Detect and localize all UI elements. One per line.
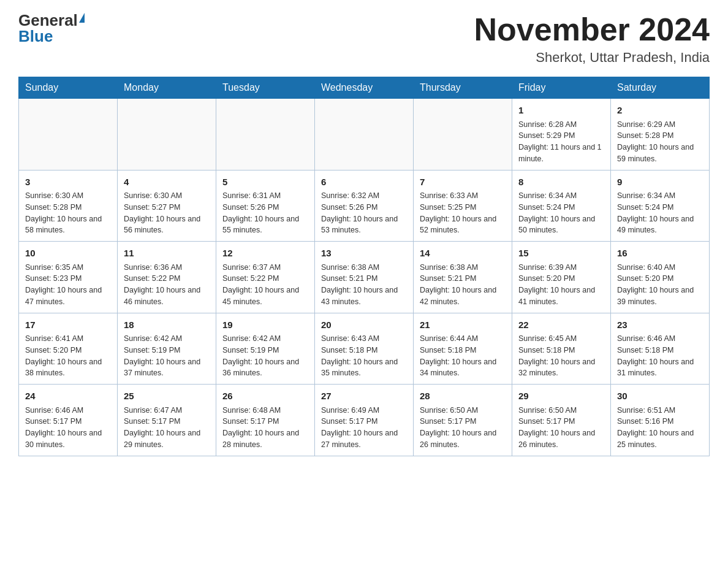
day-info: Sunrise: 6:51 AM Sunset: 5:16 PM Dayligh…: [617, 405, 703, 451]
day-number: 24: [25, 389, 111, 404]
day-info: Sunrise: 6:37 AM Sunset: 5:22 PM Dayligh…: [222, 262, 308, 308]
day-info: Sunrise: 6:36 AM Sunset: 5:22 PM Dayligh…: [124, 262, 210, 308]
logo: General Blue: [18, 12, 85, 44]
day-number: 4: [124, 175, 210, 190]
table-row: [216, 99, 315, 170]
calendar-table: Sunday Monday Tuesday Wednesday Thursday…: [18, 77, 710, 456]
table-row: 17Sunrise: 6:41 AM Sunset: 5:20 PM Dayli…: [19, 313, 118, 385]
day-info: Sunrise: 6:46 AM Sunset: 5:18 PM Dayligh…: [617, 333, 703, 379]
day-number: 12: [222, 247, 308, 261]
table-row: 9Sunrise: 6:34 AM Sunset: 5:24 PM Daylig…: [611, 170, 710, 242]
table-row: 3Sunrise: 6:30 AM Sunset: 5:28 PM Daylig…: [19, 170, 118, 242]
day-info: Sunrise: 6:38 AM Sunset: 5:21 PM Dayligh…: [420, 262, 506, 308]
day-number: 13: [321, 247, 407, 261]
day-number: 18: [124, 318, 210, 332]
calendar-title: November 2024: [474, 12, 710, 47]
calendar-week-row: 1Sunrise: 6:28 AM Sunset: 5:29 PM Daylig…: [19, 99, 710, 170]
table-row: 10Sunrise: 6:35 AM Sunset: 5:23 PM Dayli…: [19, 242, 118, 313]
day-number: 30: [617, 389, 703, 404]
day-number: 27: [321, 389, 407, 404]
day-number: 23: [617, 318, 703, 332]
table-row: 30Sunrise: 6:51 AM Sunset: 5:16 PM Dayli…: [611, 385, 710, 456]
logo-blue-text: Blue: [18, 28, 53, 44]
day-info: Sunrise: 6:29 AM Sunset: 5:28 PM Dayligh…: [617, 119, 703, 165]
day-number: 6: [321, 175, 407, 190]
day-info: Sunrise: 6:43 AM Sunset: 5:18 PM Dayligh…: [321, 333, 407, 379]
table-row: [414, 99, 512, 170]
day-number: 14: [420, 247, 506, 261]
col-tuesday: Tuesday: [216, 77, 315, 99]
logo-triangle-icon: [79, 13, 85, 23]
calendar-week-row: 17Sunrise: 6:41 AM Sunset: 5:20 PM Dayli…: [19, 313, 710, 385]
table-row: 8Sunrise: 6:34 AM Sunset: 5:24 PM Daylig…: [512, 170, 611, 242]
day-number: 1: [518, 104, 604, 118]
day-info: Sunrise: 6:50 AM Sunset: 5:17 PM Dayligh…: [518, 405, 604, 451]
table-row: 12Sunrise: 6:37 AM Sunset: 5:22 PM Dayli…: [216, 242, 315, 313]
page-header: General Blue November 2024 Sherkot, Utta…: [18, 12, 710, 66]
day-info: Sunrise: 6:33 AM Sunset: 5:25 PM Dayligh…: [420, 190, 506, 236]
col-wednesday: Wednesday: [315, 77, 414, 99]
day-number: 3: [25, 175, 111, 190]
table-row: [19, 99, 118, 170]
table-row: 14Sunrise: 6:38 AM Sunset: 5:21 PM Dayli…: [414, 242, 512, 313]
day-info: Sunrise: 6:38 AM Sunset: 5:21 PM Dayligh…: [321, 262, 407, 308]
day-info: Sunrise: 6:30 AM Sunset: 5:28 PM Dayligh…: [25, 190, 111, 236]
day-number: 2: [617, 104, 703, 118]
table-row: 26Sunrise: 6:48 AM Sunset: 5:17 PM Dayli…: [216, 385, 315, 456]
col-sunday: Sunday: [19, 77, 118, 99]
day-number: 29: [518, 389, 604, 404]
day-info: Sunrise: 6:47 AM Sunset: 5:17 PM Dayligh…: [124, 405, 210, 451]
table-row: 21Sunrise: 6:44 AM Sunset: 5:18 PM Dayli…: [414, 313, 512, 385]
table-row: [118, 99, 216, 170]
calendar-week-row: 3Sunrise: 6:30 AM Sunset: 5:28 PM Daylig…: [19, 170, 710, 242]
day-number: 11: [124, 247, 210, 261]
day-number: 26: [222, 389, 308, 404]
table-row: 1Sunrise: 6:28 AM Sunset: 5:29 PM Daylig…: [512, 99, 611, 170]
day-info: Sunrise: 6:40 AM Sunset: 5:20 PM Dayligh…: [617, 262, 703, 308]
day-info: Sunrise: 6:34 AM Sunset: 5:24 PM Dayligh…: [617, 190, 703, 236]
calendar-header-row: Sunday Monday Tuesday Wednesday Thursday…: [19, 77, 710, 99]
col-friday: Friday: [512, 77, 611, 99]
table-row: 15Sunrise: 6:39 AM Sunset: 5:20 PM Dayli…: [512, 242, 611, 313]
table-row: 13Sunrise: 6:38 AM Sunset: 5:21 PM Dayli…: [315, 242, 414, 313]
col-saturday: Saturday: [611, 77, 710, 99]
calendar-week-row: 10Sunrise: 6:35 AM Sunset: 5:23 PM Dayli…: [19, 242, 710, 313]
calendar-location: Sherkot, Uttar Pradesh, India: [474, 50, 710, 66]
day-info: Sunrise: 6:32 AM Sunset: 5:26 PM Dayligh…: [321, 190, 407, 236]
table-row: 18Sunrise: 6:42 AM Sunset: 5:19 PM Dayli…: [118, 313, 216, 385]
table-row: 7Sunrise: 6:33 AM Sunset: 5:25 PM Daylig…: [414, 170, 512, 242]
day-info: Sunrise: 6:34 AM Sunset: 5:24 PM Dayligh…: [518, 190, 604, 236]
day-number: 10: [25, 247, 111, 261]
table-row: 16Sunrise: 6:40 AM Sunset: 5:20 PM Dayli…: [611, 242, 710, 313]
day-info: Sunrise: 6:44 AM Sunset: 5:18 PM Dayligh…: [420, 333, 506, 379]
day-number: 8: [518, 175, 604, 190]
day-number: 20: [321, 318, 407, 332]
col-thursday: Thursday: [414, 77, 512, 99]
day-number: 22: [518, 318, 604, 332]
day-number: 7: [420, 175, 506, 190]
day-number: 21: [420, 318, 506, 332]
table-row: 11Sunrise: 6:36 AM Sunset: 5:22 PM Dayli…: [118, 242, 216, 313]
day-info: Sunrise: 6:30 AM Sunset: 5:27 PM Dayligh…: [124, 190, 210, 236]
table-row: 5Sunrise: 6:31 AM Sunset: 5:26 PM Daylig…: [216, 170, 315, 242]
table-row: 29Sunrise: 6:50 AM Sunset: 5:17 PM Dayli…: [512, 385, 611, 456]
day-info: Sunrise: 6:48 AM Sunset: 5:17 PM Dayligh…: [222, 405, 308, 451]
table-row: 20Sunrise: 6:43 AM Sunset: 5:18 PM Dayli…: [315, 313, 414, 385]
day-info: Sunrise: 6:28 AM Sunset: 5:29 PM Dayligh…: [518, 119, 604, 165]
logo-general-text: General: [18, 12, 78, 28]
table-row: 23Sunrise: 6:46 AM Sunset: 5:18 PM Dayli…: [611, 313, 710, 385]
day-number: 25: [124, 389, 210, 404]
day-number: 9: [617, 175, 703, 190]
day-info: Sunrise: 6:35 AM Sunset: 5:23 PM Dayligh…: [25, 262, 111, 308]
table-row: 6Sunrise: 6:32 AM Sunset: 5:26 PM Daylig…: [315, 170, 414, 242]
table-row: 4Sunrise: 6:30 AM Sunset: 5:27 PM Daylig…: [118, 170, 216, 242]
day-number: 5: [222, 175, 308, 190]
day-info: Sunrise: 6:46 AM Sunset: 5:17 PM Dayligh…: [25, 405, 111, 451]
col-monday: Monday: [118, 77, 216, 99]
day-info: Sunrise: 6:39 AM Sunset: 5:20 PM Dayligh…: [518, 262, 604, 308]
day-info: Sunrise: 6:42 AM Sunset: 5:19 PM Dayligh…: [124, 333, 210, 379]
table-row: 27Sunrise: 6:49 AM Sunset: 5:17 PM Dayli…: [315, 385, 414, 456]
table-row: 24Sunrise: 6:46 AM Sunset: 5:17 PM Dayli…: [19, 385, 118, 456]
day-number: 16: [617, 247, 703, 261]
calendar-week-row: 24Sunrise: 6:46 AM Sunset: 5:17 PM Dayli…: [19, 385, 710, 456]
